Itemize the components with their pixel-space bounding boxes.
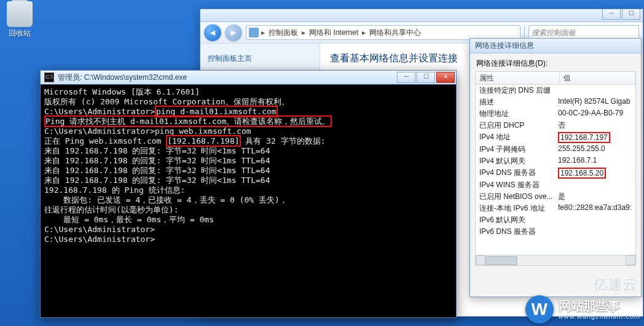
minimize-button[interactable]: ─ (602, 9, 621, 20)
cmd-line: C:\Users\Administrator> (44, 235, 452, 244)
cmd-title: 管理员: C:\Windows\system32\cmd.exe (58, 72, 396, 83)
table-row[interactable]: 物理地址00-0C-29-AA-B0-79 (476, 108, 635, 120)
watermark-site: W 网站那些事 www.wangzhanshi.com (525, 295, 640, 324)
column-value[interactable]: 值 (560, 72, 635, 84)
cell-property: IPv4 WINS 服务器 (476, 180, 556, 190)
breadcrumb-seg-controlpanel[interactable]: 控制面板 (266, 28, 300, 38)
cell-property: IPv6 DNS 服务器 (476, 227, 556, 237)
watermark-title: 网站那些事 (559, 299, 640, 312)
table-row[interactable]: IPv4 子网掩码255.255.255.0 (476, 144, 635, 155)
cell-property: IPv4 地址 (476, 132, 556, 143)
cmd-line: 来自 192.168.7.198 的回复: 字节=32 时间<1ms TTL=6… (44, 166, 452, 176)
close-button[interactable]: ✕ (436, 72, 455, 83)
watermark-yiyun: 亿速云 (594, 276, 638, 294)
cell-value: 否 (556, 120, 635, 131)
cmd-line: 往返行程的估计时间(以毫秒为单位): (44, 205, 452, 215)
table-row[interactable]: IPv6 默认网关 (476, 214, 635, 226)
nav-back-button[interactable]: ◄ (204, 24, 221, 41)
highlighted-value: 192.168.7.197 (558, 132, 610, 143)
chevron-right-icon: ▸ (302, 28, 305, 37)
cmd-line: C:\Users\Administrator>ping web.ixmsoft.… (44, 126, 452, 136)
details-titlebar[interactable]: 网络连接详细信息 (470, 39, 641, 53)
cmd-line: 来自 192.168.7.198 的回复: 字节=32 时间<1ms TTL=6… (44, 156, 452, 166)
cell-property: 已启用 NetBIOS ove... (476, 192, 556, 202)
horizontal-scrollbar[interactable] (476, 255, 635, 265)
window-cmd: C:\ 管理员: C:\Windows\system32\cmd.exe ─ ☐… (40, 70, 457, 318)
cell-value: 192.168.7.1 (556, 156, 635, 166)
cmd-line: 正在 Ping web.ixmsoft.com [192.168.7.198] … (44, 136, 452, 146)
table-row[interactable]: IPv4 默认网关192.168.7.1 (476, 155, 635, 167)
scroll-right-arrow[interactable] (626, 255, 635, 265)
watermark-badge: W (525, 295, 554, 324)
cell-value (556, 85, 635, 96)
cmd-line: 数据包: 已发送 = 4，已接收 = 4，丢失 = 0 (0% 丢失)， (44, 195, 452, 205)
table-row[interactable]: IPv6 DNS 服务器 (476, 226, 635, 238)
table-row[interactable]: 连接-本地 IPv6 地址fe80::2828:ea7a:d3a9: (476, 203, 635, 214)
netcenter-titlebar[interactable]: ─ ☐ (200, 9, 643, 22)
table-row[interactable]: IPv4 WINS 服务器 (476, 179, 635, 191)
cmd-output[interactable]: Microsoft Windows [版本 6.1.7601]版权所有 (c) … (41, 85, 456, 318)
chevron-right-icon: ▸ (261, 28, 265, 37)
cmd-line: Ping 请求找不到主机 d-mail01.ixmsoft.com。请检查该名称… (44, 117, 452, 126)
cmd-line: Microsoft Windows [版本 6.1.7601] (44, 87, 452, 97)
cell-property: IPv6 默认网关 (476, 215, 556, 225)
search-placeholder: 搜索控制面板 (532, 28, 576, 38)
highlight-ip: [192.168.7.198] (166, 135, 240, 147)
cell-property: IPv4 子网掩码 (476, 144, 556, 155)
nav-forward-button[interactable]: ► (225, 24, 242, 41)
cell-value (556, 215, 635, 225)
cell-property: 连接特定的 DNS 后缀 (476, 85, 556, 96)
minimize-button[interactable]: ─ (397, 72, 415, 83)
control-panel-icon (249, 28, 259, 37)
cell-value (556, 180, 635, 190)
table-row[interactable]: 已启用 NetBIOS ove...是 (476, 191, 635, 203)
cell-value: 是 (556, 192, 635, 202)
toolbar-divider (524, 26, 525, 39)
table-row[interactable]: IPv4 DNS 服务器192.168.5.20 (476, 167, 635, 179)
cell-value: 00-0C-29-AA-B0-79 (556, 109, 635, 119)
cmd-line: 192.168.7.198 的 Ping 统计信息: (44, 185, 452, 195)
highlight-ping-error: Ping 请求找不到主机 d-mail01.ixmsoft.com。请检查该名称… (44, 115, 332, 127)
sidebar-link-home[interactable]: 控制面板主页 (208, 53, 312, 64)
cmd-titlebar[interactable]: C:\ 管理员: C:\Windows\system32\cmd.exe ─ ☐… (41, 71, 456, 85)
details-listview[interactable]: 属性 值 连接特定的 DNS 后缀描述Intel(R) 82574L Gigab… (475, 71, 636, 266)
cmd-line: 来自 192.168.7.198 的回复: 字节=32 时间<1ms TTL=6… (44, 176, 452, 185)
listview-rows: 连接特定的 DNS 后缀描述Intel(R) 82574L Gigab物理地址0… (476, 85, 635, 238)
cell-property: 连接-本地 IPv6 地址 (476, 203, 556, 214)
cell-property: 已启用 DHCP (476, 120, 556, 131)
recycle-bin-label: 回收站 (1, 28, 38, 39)
scroll-track[interactable] (485, 255, 626, 265)
table-row[interactable]: 已启用 DHCP否 (476, 120, 635, 131)
cell-property: IPv4 默认网关 (476, 156, 556, 166)
cell-value: 255.255.255.0 (556, 144, 635, 155)
cell-property: 描述 (476, 97, 556, 107)
cell-value: 192.168.5.20 (556, 168, 635, 179)
column-property[interactable]: 属性 (476, 72, 560, 84)
cell-value: fe80::2828:ea7a:d3a9: (556, 203, 635, 214)
desktop-recycle-bin[interactable]: 回收站 (1, 0, 38, 39)
maximize-button[interactable]: ☐ (622, 9, 640, 20)
cell-value (556, 227, 635, 237)
chevron-right-icon: ▸ (362, 28, 366, 37)
breadcrumb-seg-network[interactable]: 网络和 Internet (307, 28, 361, 38)
window-connection-details: 网络连接详细信息 网络连接详细信息(D): 属性 值 连接特定的 DNS 后缀描… (469, 38, 642, 297)
breadcrumb-seg-sharing[interactable]: 网络和共享中心 (367, 28, 423, 38)
scroll-left-arrow[interactable] (476, 255, 485, 265)
details-label: 网络连接详细信息(D): (470, 53, 641, 71)
table-row[interactable]: 描述Intel(R) 82574L Gigab (476, 96, 635, 108)
cmd-icon: C:\ (44, 72, 54, 82)
cmd-line: C:\Users\Administrator> (44, 225, 452, 235)
table-row[interactable]: IPv4 地址192.168.7.197 (476, 131, 635, 144)
watermark-url: www.wangzhanshi.com (559, 312, 640, 320)
recycle-bin-icon (7, 1, 33, 27)
cmd-line: 来自 192.168.7.198 的回复: 字节=32 时间<1ms TTL=6… (44, 146, 452, 156)
maximize-button[interactable]: ☐ (417, 72, 435, 83)
cell-property: IPv4 DNS 服务器 (476, 168, 556, 179)
cmd-line: 最短 = 0ms，最长 = 0ms，平均 = 0ms (44, 215, 452, 225)
scroll-thumb[interactable] (485, 256, 517, 265)
table-row[interactable]: 连接特定的 DNS 后缀 (476, 85, 635, 96)
cell-value: Intel(R) 82574L Gigab (556, 97, 635, 107)
listview-header[interactable]: 属性 值 (476, 72, 635, 85)
cell-value: 192.168.7.197 (556, 132, 635, 143)
cell-property: 物理地址 (476, 109, 556, 119)
